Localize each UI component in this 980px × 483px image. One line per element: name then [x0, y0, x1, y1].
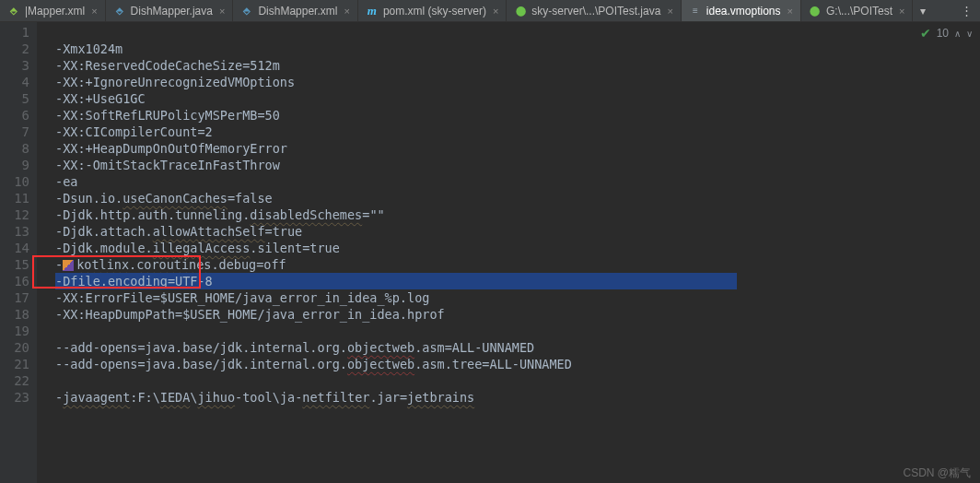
tab-label: DishMapper.xml [258, 5, 337, 18]
line-number: 8 [0, 140, 29, 157]
chevron-down-icon: ∨ [966, 29, 973, 39]
tab-1[interactable]: ⬘DishMapper.java× [106, 0, 234, 21]
line-number: 20 [0, 339, 29, 356]
code-line [55, 323, 980, 339]
check-icon: ✔ [920, 26, 931, 41]
green-icon: ⬤ [514, 5, 527, 18]
line-number: 4 [0, 74, 29, 90]
tab-label: sky-server\...\POITest.java [531, 5, 660, 18]
warning-count: 10 [937, 27, 949, 40]
code-line: -javaagent:F:\IEDA\jihuo-tool\ja-netfilt… [55, 389, 980, 406]
close-icon[interactable]: × [788, 6, 793, 17]
line-number: 3 [0, 57, 29, 74]
tab-2[interactable]: ⬘DishMapper.xml× [233, 0, 357, 21]
code-line: -Djdk.attach.allowAttachSelf=true [55, 223, 980, 240]
code-line: -Dfile.encoding=UTF-8 [55, 273, 980, 289]
close-icon[interactable]: × [899, 6, 904, 17]
line-number: 23 [0, 389, 29, 406]
line-number: 22 [0, 372, 29, 389]
close-icon[interactable]: × [667, 6, 672, 17]
line-number: 5 [0, 90, 29, 107]
more-button[interactable]: ⋮ [953, 0, 980, 21]
code-line: --add-opens=java.base/jdk.internal.org.o… [55, 339, 980, 356]
code-line: -XX:CICompilerCount=2 [55, 124, 980, 140]
code-line: -XX:ReservedCodeCacheSize=512m [55, 57, 980, 74]
watermark-text: CSDN @糯气 [903, 465, 971, 481]
line-number: 15 [0, 256, 29, 273]
java-icon: ⬘ [113, 5, 126, 18]
line-number: 21 [0, 356, 29, 372]
editor-tabs: ⬘|Mapper.xml×⬘DishMapper.java×⬘DishMappe… [0, 0, 980, 22]
line-number: 11 [0, 190, 29, 206]
close-icon[interactable]: × [344, 6, 349, 17]
code-line: --add-opens=java.base/jdk.internal.org.o… [55, 356, 980, 372]
code-line [55, 24, 980, 41]
code-line: -Xmx1024m [55, 41, 980, 57]
close-icon[interactable]: × [493, 6, 498, 17]
line-number: 19 [0, 323, 29, 339]
line-number: 16 [0, 273, 29, 289]
line-number: 13 [0, 223, 29, 240]
line-number: 14 [0, 240, 29, 256]
close-icon[interactable]: × [219, 6, 225, 17]
line-number: 10 [0, 173, 29, 190]
code-line [55, 372, 980, 389]
tabs-overflow-chevron[interactable]: ▾ [913, 0, 933, 21]
line-number: 7 [0, 124, 29, 140]
code-content[interactable]: -Xmx1024m-XX:ReservedCodeCacheSize=512m-… [37, 22, 980, 483]
tab-label: |Mapper.xml [25, 5, 85, 18]
code-line: -XX:SoftRefLRUPolicyMSPerMB=50 [55, 107, 980, 124]
code-line: -XX:HeapDumpPath=$USER_HOME/java_error_i… [55, 306, 980, 323]
code-line: -Djdk.module.illegalAccess.silent=true [55, 240, 980, 256]
code-line: -XX:+IgnoreUnrecognizedVMOptions [55, 74, 980, 90]
line-number: 9 [0, 157, 29, 173]
java-icon: ⬘ [240, 5, 253, 18]
tab-label: DishMapper.java [131, 5, 213, 18]
kotlin-icon [63, 260, 74, 271]
tab-0[interactable]: ⬘|Mapper.xml× [0, 0, 106, 21]
line-number: 12 [0, 206, 29, 223]
code-line: -Djdk.http.auth.tunneling.disabledScheme… [55, 206, 980, 223]
code-line: -XX:+HeapDumpOnOutOfMemoryError [55, 140, 980, 157]
line-number: 17 [0, 289, 29, 306]
tab-3[interactable]: mpom.xml (sky-server)× [358, 0, 507, 21]
line-number: 18 [0, 306, 29, 323]
line-gutter: 1234567891011121314151617181920212223 [0, 22, 37, 483]
close-icon[interactable]: × [91, 6, 97, 17]
code-line: -ea [55, 173, 980, 190]
chevron-up-icon: ∧ [954, 29, 961, 39]
line-number: 1 [0, 24, 29, 41]
tab-label: pom.xml (sky-server) [383, 5, 486, 18]
code-line: -XX:+UseG1GC [55, 90, 980, 107]
tab-5[interactable]: ≡idea.vmoptions× [682, 0, 801, 21]
tab-label: idea.vmoptions [706, 5, 781, 18]
txt-icon: ≡ [689, 5, 702, 18]
code-line: -kotlinx.coroutines.debug=off [55, 256, 980, 273]
chevron-down-icon: ▾ [920, 5, 926, 18]
line-number: 6 [0, 107, 29, 124]
green-icon: ⬤ [809, 5, 822, 18]
tab-label: G:\...\POITest [826, 5, 892, 18]
line-number: 2 [0, 41, 29, 57]
tab-4[interactable]: ⬤sky-server\...\POITest.java× [507, 0, 681, 21]
inspection-status[interactable]: ✔ 10 ∧ ∨ [920, 26, 973, 41]
xml-icon: ⬘ [7, 5, 20, 18]
code-line: -Dsun.io.useCanonCaches=false [55, 190, 980, 206]
code-line: -XX:ErrorFile=$USER_HOME/java_error_in_i… [55, 289, 980, 306]
code-line: -XX:-OmitStackTraceInFastThrow [55, 157, 980, 173]
pom-icon: m [366, 5, 379, 18]
tab-6[interactable]: ⬤G:\...\POITest× [801, 0, 913, 21]
editor-area: 1234567891011121314151617181920212223 -X… [0, 22, 980, 483]
